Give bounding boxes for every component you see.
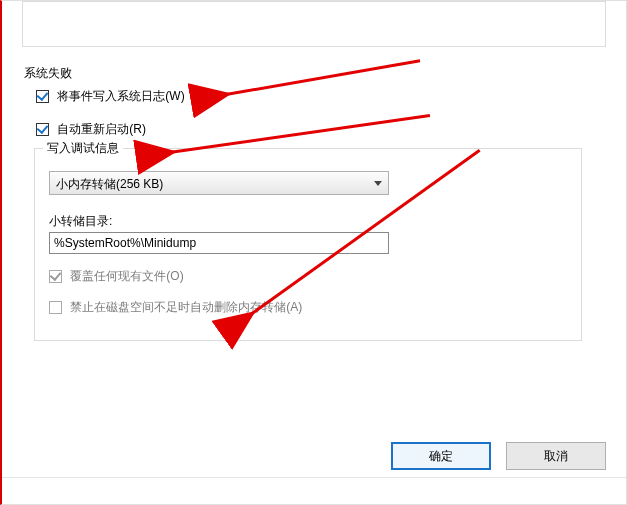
- group-legend: 写入调试信息: [43, 140, 123, 157]
- settings-dialog: 系统失败 将事件写入系统日志(W) 自动重新启动(R) 写入调试信息 小内存转储…: [0, 0, 627, 505]
- minidump-dir-input[interactable]: [49, 232, 389, 254]
- dialog-button-bar: 确定 取消: [379, 442, 606, 470]
- checkbox-no-auto-delete: [49, 301, 62, 314]
- upper-groupbox: [22, 1, 606, 47]
- checkbox-no-auto-delete-row: 禁止在磁盘空间不足时自动删除内存转储(A): [49, 299, 567, 316]
- group-write-debug-info: 写入调试信息 小内存转储(256 KB) 小转储目录: 覆盖任何现有文件(O) …: [34, 148, 582, 341]
- checkbox-auto-restart[interactable]: [36, 123, 49, 136]
- checkbox-overwrite-label: 覆盖任何现有文件(O): [70, 269, 183, 283]
- checkbox-overwrite-row: 覆盖任何现有文件(O): [49, 268, 567, 285]
- checkbox-auto-restart-label: 自动重新启动(R): [57, 122, 146, 136]
- dump-type-selected-value: 小内存转储(256 KB): [56, 177, 163, 191]
- minidump-dir-label: 小转储目录:: [49, 213, 567, 230]
- checkbox-auto-restart-row: 自动重新启动(R): [36, 121, 606, 138]
- checkbox-overwrite: [49, 270, 62, 283]
- checkbox-write-event-label: 将事件写入系统日志(W): [57, 89, 184, 103]
- bottom-divider: [2, 477, 626, 478]
- cancel-button[interactable]: 取消: [506, 442, 606, 470]
- checkbox-write-event-row: 将事件写入系统日志(W): [36, 88, 606, 105]
- dialog-body: 系统失败 将事件写入系统日志(W) 自动重新启动(R) 写入调试信息 小内存转储…: [2, 1, 626, 504]
- checkbox-no-auto-delete-label: 禁止在磁盘空间不足时自动删除内存转储(A): [70, 300, 302, 314]
- dump-type-select[interactable]: 小内存转储(256 KB): [49, 171, 389, 195]
- ok-button[interactable]: 确定: [391, 442, 491, 470]
- chevron-down-icon: [374, 181, 382, 186]
- checkbox-write-event[interactable]: [36, 90, 49, 103]
- section-title-system-failure: 系统失败: [24, 65, 606, 82]
